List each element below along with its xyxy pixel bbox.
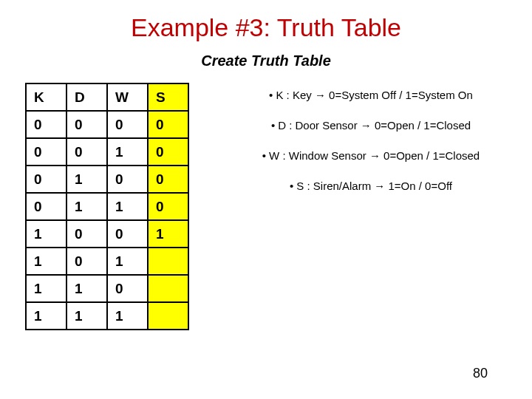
table-row: 1 1 0 <box>26 275 188 302</box>
legend-item: •W : Window Sensor → 0=Open / 1=Closed <box>210 149 532 162</box>
cell: 1 <box>26 275 66 302</box>
bullet-icon: • <box>290 180 293 192</box>
cell: 1 <box>26 220 66 248</box>
cell: 0 <box>66 248 107 275</box>
cell: 0 <box>148 166 188 193</box>
cell: 1 <box>148 220 188 248</box>
table-row: 0 1 1 0 <box>26 193 188 220</box>
cell: 1 <box>107 302 148 330</box>
cell: 1 <box>107 248 148 275</box>
legend-text: K : Key → 0=System Off / 1=System On <box>276 89 473 101</box>
cell: 0 <box>26 111 66 138</box>
legend: •K : Key → 0=System Off / 1=System On •D… <box>189 83 532 210</box>
bullet-icon: • <box>262 149 266 162</box>
cell: 1 <box>66 193 107 220</box>
table-row: 1 1 1 <box>26 302 188 330</box>
bullet-icon: • <box>269 89 273 101</box>
table-row: 1 0 1 <box>26 248 188 275</box>
truth-table: K D W S 0 0 0 0 0 0 1 0 0 1 0 0 0 1 1 0 <box>25 83 189 330</box>
col-header: W <box>107 83 148 111</box>
legend-item: •D : Door Sensor → 0=Open / 1=Closed <box>210 119 532 132</box>
cell <box>148 248 188 275</box>
cell: 1 <box>66 275 107 302</box>
slide-title: Example #3: Truth Table <box>0 13 532 42</box>
cell: 0 <box>66 111 107 138</box>
cell: 0 <box>26 138 66 166</box>
content-row: K D W S 0 0 0 0 0 0 1 0 0 1 0 0 0 1 1 0 <box>0 83 532 330</box>
legend-item: •K : Key → 0=System Off / 1=System On <box>210 89 532 101</box>
table-row: 0 0 0 0 <box>26 111 188 138</box>
cell: 0 <box>107 111 148 138</box>
cell: 1 <box>66 302 107 330</box>
cell: 1 <box>107 193 148 220</box>
cell: 1 <box>26 302 66 330</box>
col-header: S <box>148 83 188 111</box>
col-header: D <box>66 83 107 111</box>
cell: 0 <box>66 220 107 248</box>
cell: 1 <box>66 166 107 193</box>
legend-text: D : Door Sensor → 0=Open / 1=Closed <box>278 119 471 132</box>
table-row: 1 0 0 1 <box>26 220 188 248</box>
legend-text: S : Siren/Alarm → 1=On / 0=Off <box>296 180 452 192</box>
table-header-row: K D W S <box>26 83 188 111</box>
cell: 0 <box>148 111 188 138</box>
cell: 0 <box>107 166 148 193</box>
col-header: K <box>26 83 66 111</box>
table-row: 0 0 1 0 <box>26 138 188 166</box>
legend-item: •S : Siren/Alarm → 1=On / 0=Off <box>210 180 532 192</box>
slide-subtitle: Create Truth Table <box>0 52 532 69</box>
bullet-icon: • <box>271 119 275 132</box>
cell: 1 <box>26 248 66 275</box>
table-row: 0 1 0 0 <box>26 166 188 193</box>
cell: 0 <box>148 138 188 166</box>
cell: 0 <box>148 193 188 220</box>
cell <box>148 302 188 330</box>
cell: 0 <box>26 166 66 193</box>
legend-text: W : Window Sensor → 0=Open / 1=Closed <box>269 149 480 162</box>
cell: 0 <box>66 138 107 166</box>
cell: 0 <box>107 275 148 302</box>
cell <box>148 275 188 302</box>
cell: 0 <box>26 193 66 220</box>
cell: 1 <box>107 138 148 166</box>
cell: 0 <box>107 220 148 248</box>
page-number: 80 <box>473 366 488 381</box>
